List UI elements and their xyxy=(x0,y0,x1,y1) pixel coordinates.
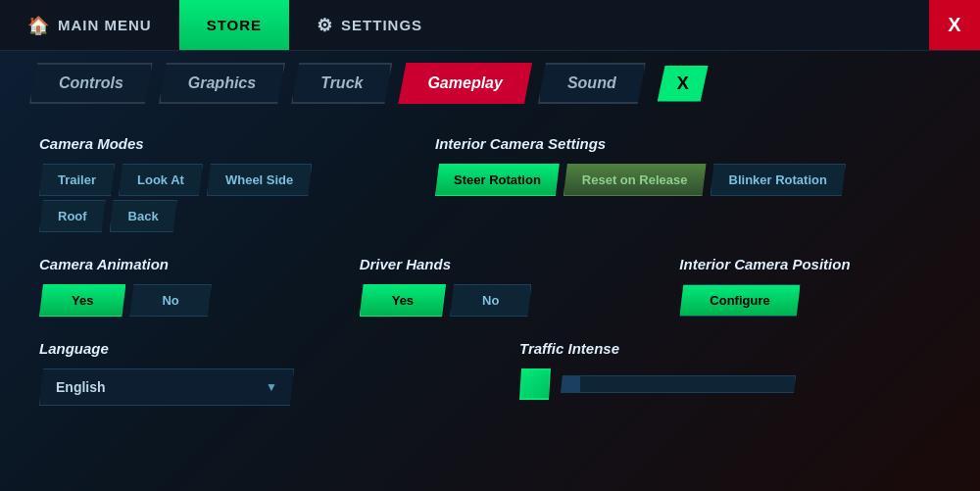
nav-settings-label: SETTINGS xyxy=(341,17,422,33)
tab-graphics[interactable]: Graphics xyxy=(159,63,285,104)
interior-camera-position-label: Interior Camera Position xyxy=(679,256,941,272)
tab-graphics-label: Graphics xyxy=(188,74,256,91)
row-animation: Camera Animation Yes No Driver Hands Yes… xyxy=(39,256,941,317)
section-driver-hands: Driver Hands Yes No xyxy=(360,256,621,317)
btn-steer-rotation[interactable]: Steer Rotation xyxy=(435,164,560,196)
btn-reset-on-release[interactable]: Reset on Release xyxy=(564,164,707,196)
section-interior-camera-position: Interior Camera Position Configure xyxy=(679,256,941,317)
section-language: Language English ▼ xyxy=(39,340,461,406)
section-interior-camera: Interior Camera Settings Steer Rotation … xyxy=(435,135,941,196)
btn-blinker-rotation[interactable]: Blinker Rotation xyxy=(710,164,846,196)
settings-icon: ⚙ xyxy=(317,15,333,36)
slider-track[interactable] xyxy=(561,375,796,393)
nav-settings[interactable]: ⚙ SETTINGS xyxy=(289,0,450,50)
language-dropdown[interactable]: English ▼ xyxy=(39,368,294,406)
btn-back[interactable]: Back xyxy=(110,200,177,232)
nav-main-menu-label: MAIN MENU xyxy=(58,17,152,33)
slider-thumb xyxy=(519,368,551,400)
nav-close-button[interactable]: X xyxy=(929,0,980,50)
tab-bar: Controls Graphics Truck Gameplay Sound X xyxy=(0,51,980,116)
btn-driver-hands-yes[interactable]: Yes xyxy=(360,284,446,317)
camera-animation-toggle: Yes No xyxy=(39,284,301,317)
top-nav: 🏠 MAIN MENU STORE ⚙ SETTINGS X xyxy=(0,0,980,51)
btn-configure[interactable]: Configure xyxy=(679,284,800,317)
nav-close-label: X xyxy=(948,14,960,36)
tab-gameplay-label: Gameplay xyxy=(427,74,502,91)
tab-close-button[interactable]: X xyxy=(658,66,709,102)
slider-fill xyxy=(562,376,580,392)
btn-look-at[interactable]: Look At xyxy=(119,164,203,196)
nav-store-label: STORE xyxy=(207,17,262,33)
camera-modes-buttons: Trailer Look At Wheel Side Roof Back xyxy=(39,164,376,232)
btn-driver-hands-no[interactable]: No xyxy=(450,284,531,317)
camera-modes-label: Camera Modes xyxy=(39,135,376,152)
camera-animation-label: Camera Animation xyxy=(39,256,301,272)
btn-roof[interactable]: Roof xyxy=(39,200,106,232)
section-camera-animation: Camera Animation Yes No xyxy=(39,256,301,317)
tab-close-label: X xyxy=(677,74,689,93)
main-content: Camera Modes Trailer Look At Wheel Side … xyxy=(0,116,980,449)
section-traffic-intense: Traffic Intense xyxy=(519,340,941,400)
row-language-traffic: Language English ▼ Traffic Intense xyxy=(39,340,941,406)
tab-controls[interactable]: Controls xyxy=(29,63,153,104)
interior-camera-label: Interior Camera Settings xyxy=(435,135,941,152)
btn-trailer[interactable]: Trailer xyxy=(39,164,115,196)
language-label: Language xyxy=(39,340,461,357)
traffic-intense-label: Traffic Intense xyxy=(519,340,941,357)
btn-camera-animation-yes[interactable]: Yes xyxy=(39,284,125,317)
tab-controls-label: Controls xyxy=(59,74,123,91)
driver-hands-toggle: Yes No xyxy=(360,284,621,317)
tab-truck-label: Truck xyxy=(320,74,363,91)
traffic-intense-slider xyxy=(519,368,941,400)
driver-hands-label: Driver Hands xyxy=(360,256,621,272)
interior-camera-buttons: Steer Rotation Reset on Release Blinker … xyxy=(435,164,941,196)
nav-store[interactable]: STORE xyxy=(179,0,289,50)
tab-gameplay[interactable]: Gameplay xyxy=(398,63,531,104)
row-camera: Camera Modes Trailer Look At Wheel Side … xyxy=(39,135,941,232)
btn-camera-animation-no[interactable]: No xyxy=(129,284,211,317)
tab-sound[interactable]: Sound xyxy=(538,63,646,104)
dropdown-arrow-icon: ▼ xyxy=(266,380,277,394)
tab-sound-label: Sound xyxy=(567,74,616,91)
tab-truck[interactable]: Truck xyxy=(291,63,392,104)
nav-main-menu[interactable]: 🏠 MAIN MENU xyxy=(0,0,179,50)
section-camera-modes: Camera Modes Trailer Look At Wheel Side … xyxy=(39,135,376,232)
language-selected: English xyxy=(56,379,106,395)
home-icon: 🏠 xyxy=(27,15,50,36)
btn-wheel-side[interactable]: Wheel Side xyxy=(207,164,312,196)
